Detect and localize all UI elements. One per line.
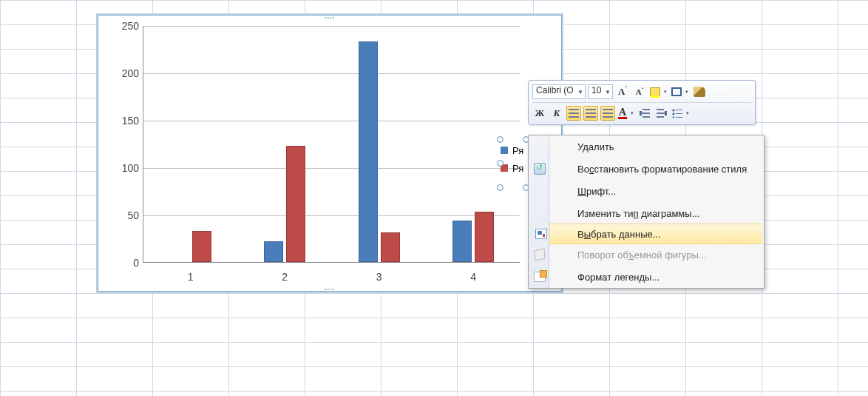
chart-bar-Ряд1-2[interactable]	[264, 241, 283, 262]
toolbar-separator	[532, 102, 751, 103]
shrink-font-button[interactable]: Aˇ	[632, 84, 647, 99]
y-axis-tick: 50	[112, 209, 139, 221]
align-right-button[interactable]	[600, 106, 615, 121]
ctx-format-legend-label: Формат легенды...	[577, 272, 660, 283]
chart-gridline	[143, 121, 520, 121]
context-menu[interactable]: Удалить Восстановить форматирование стил…	[528, 135, 764, 289]
y-axis-tick: 150	[112, 115, 139, 127]
ctx-select-data[interactable]: Выбрать данные...	[530, 224, 762, 244]
ctx-reset-style-label: Восстановить форматирование стиля	[577, 164, 747, 175]
y-axis-tick: 0	[112, 257, 139, 269]
chart-gridline	[143, 215, 520, 216]
font-name-value: Calibri (О	[536, 85, 574, 95]
chevron-down-icon: ▼	[605, 89, 611, 95]
chart-object[interactable]: •••• •••• 0501001502002501234 Ря Ря	[98, 15, 562, 292]
indent-right-icon	[657, 109, 667, 118]
chart-bar-Ряд2-1[interactable]	[192, 231, 211, 262]
font-color-button[interactable]: A	[617, 106, 635, 121]
chevron-down-icon: ▼	[577, 89, 583, 95]
chart-gridline	[143, 26, 520, 27]
select-data-icon	[535, 229, 547, 239]
bold-button[interactable]: Ж	[532, 106, 547, 121]
chart-bar-Ряд1-4[interactable]	[452, 221, 472, 262]
chart-gridline	[143, 168, 520, 169]
brush-icon	[694, 87, 705, 97]
chart-gridline	[143, 73, 520, 74]
ctx-change-type-label: Изменить тип диаграммы...	[577, 208, 699, 219]
fill-bucket-icon	[650, 87, 660, 96]
x-axis-tick: 2	[282, 271, 288, 283]
ctx-delete[interactable]: Удалить	[529, 135, 764, 158]
font-size-combo[interactable]: 10 ▼	[588, 84, 613, 99]
align-left-button[interactable]	[566, 106, 581, 121]
y-axis-tick: 100	[112, 162, 139, 174]
font-size-value: 10	[591, 85, 601, 95]
align-center-icon	[586, 109, 596, 118]
align-center-button[interactable]	[583, 106, 598, 121]
chart-resize-dots-bottom[interactable]: ••••	[325, 286, 335, 292]
border-color-button[interactable]	[671, 84, 690, 99]
legend-swatch-blue-icon	[501, 147, 508, 154]
legend-label-2: Ря	[512, 163, 523, 174]
increase-indent-button[interactable]	[654, 106, 669, 121]
format-dialog-icon	[534, 272, 546, 282]
mini-format-toolbar[interactable]: Calibri (О ▼ 10 ▼ Aˆ Aˇ Ж К A	[528, 80, 756, 125]
italic-button[interactable]: К	[549, 106, 564, 121]
font-name-combo[interactable]: Calibri (О ▼	[532, 84, 586, 99]
chart-plot-area[interactable]: 0501001502002501234	[143, 26, 520, 263]
format-painter-button[interactable]	[692, 84, 707, 99]
selection-handle-icon[interactable]	[497, 136, 503, 143]
ctx-font[interactable]: A Шрифт...	[529, 180, 764, 202]
decrease-indent-button[interactable]	[637, 106, 652, 121]
context-menu-gutter	[529, 135, 549, 288]
chart-resize-dots-top[interactable]: ••••	[325, 15, 335, 20]
ctx-font-label: Шрифт...	[577, 186, 616, 197]
ctx-format-legend[interactable]: Формат легенды...	[529, 266, 764, 288]
reset-style-icon	[534, 163, 546, 175]
align-right-icon	[603, 109, 613, 118]
border-icon	[671, 87, 682, 96]
x-axis-tick: 1	[188, 271, 194, 283]
chart-bar-Ряд2-4[interactable]	[475, 212, 494, 262]
chart-bar-Ряд2-2[interactable]	[286, 146, 305, 262]
ctx-rotate-label: Поворот объемной фигуры...	[577, 249, 707, 261]
bullet-list-icon	[672, 109, 682, 118]
indent-left-icon	[640, 109, 650, 118]
y-axis-tick: 200	[112, 67, 139, 79]
legend-label-1: Ря	[512, 145, 523, 156]
ctx-delete-label: Удалить	[577, 141, 614, 152]
y-axis-tick: 250	[112, 20, 139, 32]
grow-font-button[interactable]: Aˆ	[615, 84, 630, 99]
align-left-icon	[569, 109, 579, 118]
selection-handle-icon[interactable]	[497, 184, 503, 191]
bullets-button[interactable]	[671, 106, 691, 121]
font-color-icon: A	[618, 108, 627, 119]
selection-handle-icon[interactable]	[497, 160, 503, 167]
fill-color-button[interactable]	[649, 84, 668, 99]
x-axis-tick: 3	[376, 271, 382, 283]
chart-bar-Ряд1-3[interactable]	[359, 41, 378, 262]
ctx-rotate-3d: Поворот объемной фигуры...	[529, 244, 764, 266]
ctx-reset-style[interactable]: Восстановить форматирование стиля	[529, 158, 764, 180]
ctx-select-data-label: Выбрать данные...	[577, 229, 661, 240]
ctx-change-chart-type[interactable]: Изменить тип диаграммы...	[529, 202, 764, 224]
chart-bar-Ряд2-3[interactable]	[381, 232, 400, 262]
x-axis-tick: 4	[470, 271, 476, 283]
cube-3d-icon	[535, 249, 546, 261]
